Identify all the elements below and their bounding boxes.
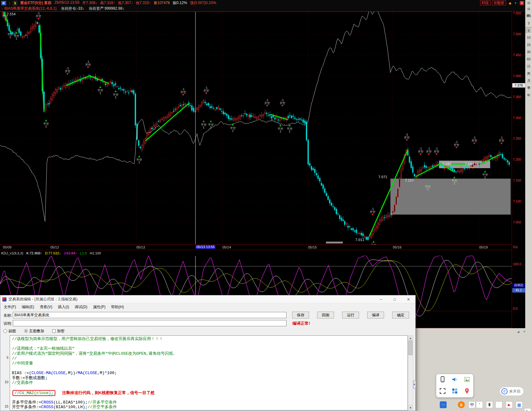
period-item-分时[interactable]: 分时 [526,6,532,12]
sell-signal-marker[interactable]: -1开空 [264,99,270,107]
period-item-15[interactable]: 15 [526,42,532,48]
svg-text:1: 1 [289,130,291,133]
date-axis[interactable]: 05/0905/1205/1305/13 13:5505/1405/1505/1… [0,244,512,250]
scroll-down-icon[interactable]: ▼ [408,405,413,410]
period-item-季[interactable]: 季 [526,85,532,91]
grid-icon[interactable] [451,387,459,396]
kdj-indicator-header[interactable]: KDJ_v1(9,3,3)K:72.968↑D:77.532↓J:63.84↑L… [0,250,512,256]
session-button[interactable]: 时段 [480,1,491,5]
main-chart-canvas[interactable]: -1开空-1开空-1开空-1开空-1开空-1开空-1开空-1开空-1开空-1开空… [0,0,512,328]
run-button[interactable]: 运行 [342,312,359,318]
confirm-button[interactable]: 确定 [392,312,409,318]
apps-icon[interactable]: ▦ [516,401,523,408]
close-icon[interactable]: ✕ [520,1,524,5]
compile-button[interactable]: 编译 [367,312,384,318]
pane-close-icon[interactable]: ✕ [522,329,527,334]
sell-signal-marker[interactable]: -1开空 [85,60,91,68]
close-button[interactable]: ✕ [402,295,415,303]
period-item-60[interactable]: 60 [526,56,532,63]
menu-item-6[interactable]: 帮助(H) [108,304,127,310]
buy-signal-marker[interactable]: 平空1 [8,30,13,39]
period-item-3[interactable]: 3 [526,20,532,27]
sell-signal-marker[interactable]: -1开空 [180,88,186,96]
image-icon[interactable] [463,376,471,384]
expand-icon[interactable] [439,387,446,396]
radio-副图[interactable]: 副图 [3,328,16,334]
sell-signal-marker[interactable]: -1开空 [370,208,375,215]
kline-mode-icon[interactable]: K [1,1,6,5]
pin-icon[interactable] [463,387,471,396]
sidebar-top-icon[interactable]: ▤ [526,1,532,4]
menu-item-2[interactable]: 查看(V) [37,304,55,310]
arrow-down-icon[interactable]: ▼ [514,1,517,5]
buy-signal-marker[interactable]: 平空1 [43,119,49,128]
sell-signal-marker[interactable]: -1开空 [203,86,209,94]
scrollbar-thumb[interactable] [408,341,413,355]
radio-主图叠加[interactable]: 主图叠加 [24,328,44,334]
sell-signal-marker[interactable]: -1开空 [65,67,70,75]
menu-item-1[interactable]: 编辑(E) [19,304,37,310]
buy-signal-marker[interactable]: 平空1 [287,124,292,133]
minimize-button[interactable]: – [374,295,388,303]
sell-signal-marker[interactable]: -1开空 [418,147,423,155]
sell-signal-marker[interactable]: -1开空 [453,141,459,148]
menu-item-5[interactable]: 属性(P) [90,304,108,310]
pane-resize-icon[interactable]: ◢ [516,329,521,334]
editor-scrollbar[interactable]: ▲ ▼ [408,335,413,410]
diamond-icon[interactable]: ◆ [509,1,511,5]
panel-expand-icon[interactable]: ▸ [413,380,416,388]
description-input[interactable] [13,320,286,326]
punctuation-icon[interactable]: ' [476,401,483,408]
checkbox-加密[interactable]: 加密 [52,328,64,334]
name-input[interactable] [13,312,286,318]
scroll-up-icon[interactable]: ▲ [408,336,413,341]
period-item-Mn[interactable]: Mn [526,13,532,19]
period-item-30[interactable]: 30 [526,49,532,55]
backtest-button[interactable]: 回测 [317,312,334,318]
tools-icon[interactable] [524,408,531,411]
sell-signal-marker[interactable]: -1开空 [404,133,410,141]
system-name[interactable]: BIAS乖离率交易系统(12,-6,6,1) [4,6,57,11]
menu-item-0[interactable]: 文件(F) [1,304,19,310]
sell-signal-marker[interactable]: -1开空 [499,136,504,144]
svg-text:1: 1 [15,37,17,40]
chat-icon[interactable]: ⋯ [440,401,447,408]
fill-data-button[interactable]: 补数据 [492,1,506,5]
period-item-年[interactable]: 年 [526,92,532,98]
mic-icon[interactable] [486,401,493,408]
dialog-titlebar[interactable]: 交易系统编辑 - (所属公式组：2.指标交易) – □ ✕ [0,295,415,303]
menu-item-3[interactable]: 插入(I) [55,304,72,310]
chinese-mode-icon[interactable]: 中 [469,401,475,408]
sell-signal-marker[interactable]: -1开空 [36,12,41,20]
save-button[interactable]: 保存 [292,312,309,318]
sogou-icon[interactable]: S [458,401,465,408]
formula-code-editor[interactable]: //该模型为简单示范模型，用户需根据自己交易经验，修改完善后再实际应用！！！ /… [10,335,408,410]
buy-signal-marker[interactable]: 平空1 [201,120,206,129]
keyboard-icon[interactable] [495,401,502,408]
maximize-button[interactable]: □ [388,295,402,303]
code-line: //若用户模式选为“固定时间间隔”，请将“交易条件”中的CLOSE改为OPEN,… [12,351,408,356]
period-item-5[interactable]: 5 [526,27,532,34]
buy-signal-marker[interactable]: 平空1 [113,90,119,99]
buy-signal-marker[interactable]: 平空1 [482,170,488,179]
buy-signal-marker[interactable]: 平空1 [278,124,283,133]
sell-signal-marker[interactable]: -1开空 [426,147,432,155]
pointer-icon[interactable]: ▶ [506,401,513,408]
buy-signal-marker[interactable]: 平空1 [208,120,214,129]
period-item-月[interactable]: 月 [526,78,532,84]
period-item-周[interactable]: 周 [526,70,532,77]
menu-item-4[interactable]: 调试(D) [72,304,90,310]
period-item-10[interactable]: 10 [526,34,532,41]
speaker-icon[interactable] [451,376,459,384]
sell-signal-marker[interactable]: -1开空 [434,147,439,155]
buy-signal-marker[interactable]: 平空1 [136,155,142,164]
formula-editor-dialog: 交易系统编辑 - (所属公式组：2.指标交易) – □ ✕ 文件(F)编辑(E)… [0,295,416,411]
buy-signal-marker[interactable]: 平空1 [13,32,19,40]
sell-signal-marker[interactable]: -1开空 [472,136,477,144]
period-item-日[interactable]: 日 [526,63,532,70]
status-pill[interactable]: ✆ 未开启 [500,387,524,396]
phone-icon[interactable] [439,376,446,384]
currency-icon[interactable]: $ [13,1,17,5]
buy-signal-marker[interactable]: 平空1 [98,86,103,95]
sell-signal-marker[interactable]: -1开空 [280,99,285,107]
